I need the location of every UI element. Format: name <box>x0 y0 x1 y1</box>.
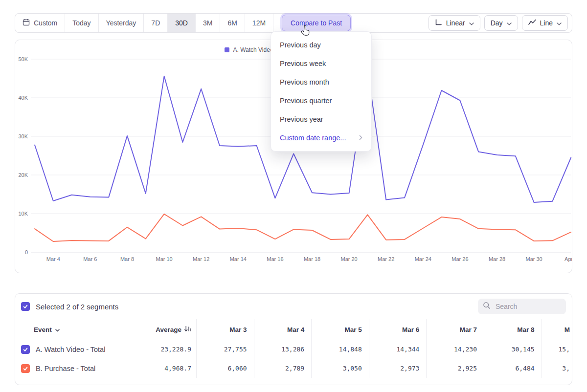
table-value-clipped: 3, <box>542 359 572 378</box>
col-header-mar-7[interactable]: Mar 7 <box>426 319 484 340</box>
range-6m[interactable]: 6M <box>220 14 245 32</box>
svg-text:Mar 24: Mar 24 <box>415 256 431 262</box>
col-header-clipped: M <box>542 319 572 340</box>
table-value: 14,230 <box>426 340 484 359</box>
scale-select[interactable]: Linear <box>429 15 480 31</box>
table-value: 30,145 <box>484 340 542 359</box>
table-value: 13,286 <box>254 340 312 359</box>
svg-text:Mar 8: Mar 8 <box>120 256 134 262</box>
chevron-down-icon <box>55 326 60 333</box>
table-value: 6,060 <box>196 359 254 378</box>
table-value: 2,973 <box>369 359 427 378</box>
search-icon <box>483 302 491 311</box>
segment-name: A. Watch Video - Total <box>36 346 105 353</box>
range-12m[interactable]: 12M <box>245 14 273 32</box>
scale-select-label: Linear <box>446 19 465 27</box>
svg-text:Mar 20: Mar 20 <box>340 256 357 262</box>
average-value: 4,968.7 <box>140 359 196 378</box>
svg-text:20K: 20K <box>18 172 28 178</box>
menu-item-previous-year[interactable]: Previous year <box>271 110 371 129</box>
range-today[interactable]: Today <box>65 14 98 32</box>
legend-swatch <box>225 47 229 52</box>
menu-item-previous-day[interactable]: Previous day <box>271 36 371 54</box>
table-value: 3,050 <box>311 359 369 378</box>
date-range-toolbar: CustomTodayYesterday7D30D3M6M12M Compare… <box>15 13 572 33</box>
menu-item-custom-date-range[interactable]: Custom date range... <box>271 129 371 147</box>
selected-segments-label: Selected 2 of 2 segments <box>36 303 118 311</box>
range-3m[interactable]: 3M <box>196 14 220 32</box>
segment-checkbox[interactable] <box>21 364 30 373</box>
col-header-mar-6[interactable]: Mar 6 <box>369 319 427 340</box>
chart-controls: Linear Day Line <box>429 15 568 31</box>
chart-type-select[interactable]: Line <box>522 15 568 31</box>
svg-text:Apr 1: Apr 1 <box>564 256 572 262</box>
range-7d[interactable]: 7D <box>144 14 168 32</box>
compare-to-past-button[interactable]: Compare to Past <box>282 15 351 31</box>
segment-row-b-purchase-total[interactable]: B. Purchase - Total <box>15 359 140 378</box>
menu-item-previous-month[interactable]: Previous month <box>271 73 371 91</box>
table-value: 2,789 <box>254 359 312 378</box>
svg-text:50K: 50K <box>18 56 28 62</box>
menu-item-previous-week[interactable]: Previous week <box>271 54 371 73</box>
chevron-down-icon <box>557 19 562 27</box>
col-header-event[interactable]: Event <box>15 319 140 340</box>
svg-text:10K: 10K <box>18 211 28 217</box>
col-header-mar-4[interactable]: Mar 4 <box>254 319 312 340</box>
svg-text:Mar 6: Mar 6 <box>83 256 97 262</box>
sort-icon <box>184 326 191 333</box>
col-header-mar-3[interactable]: Mar 3 <box>196 319 254 340</box>
line-chart-icon <box>528 19 536 27</box>
table-value: 27,755 <box>196 340 254 359</box>
svg-text:Mar 12: Mar 12 <box>193 256 209 262</box>
interval-select[interactable]: Day <box>484 15 518 31</box>
svg-text:40K: 40K <box>18 95 28 101</box>
table-value: 14,848 <box>311 340 369 359</box>
range-yesterday[interactable]: Yesterday <box>99 14 144 32</box>
chevron-down-icon <box>507 19 512 27</box>
segment-name: B. Purchase - Total <box>36 365 95 372</box>
chevron-right-icon <box>359 134 362 142</box>
table-value: 6,484 <box>484 359 542 378</box>
select-all-checkbox[interactable] <box>21 302 30 311</box>
mouse-cursor-hand-icon <box>301 25 310 36</box>
search-box <box>478 299 566 314</box>
svg-text:Mar 14: Mar 14 <box>230 256 247 262</box>
segment-row-a-watch-video-total[interactable]: A. Watch Video - Total <box>15 340 140 359</box>
interval-select-label: Day <box>491 19 503 27</box>
menu-item-previous-quarter[interactable]: Previous quarter <box>271 91 371 110</box>
average-value: 23,228.9 <box>140 340 196 359</box>
table-value: 14,344 <box>369 340 427 359</box>
compare-to-past-menu: Previous dayPrevious weekPrevious monthP… <box>271 31 372 152</box>
svg-text:Mar 16: Mar 16 <box>267 256 283 262</box>
table-value: 2,925 <box>426 359 484 378</box>
range-30d[interactable]: 30D <box>168 14 196 32</box>
svg-text:Mar 10: Mar 10 <box>156 256 172 262</box>
col-header-mar-5[interactable]: Mar 5 <box>311 319 369 340</box>
table-value-clipped: 15, <box>542 340 572 359</box>
chart-type-select-label: Line <box>540 19 553 27</box>
date-range-group: CustomTodayYesterday7D30D3M6M12M <box>15 14 273 32</box>
svg-text:Mar 30: Mar 30 <box>525 256 542 262</box>
search-input[interactable] <box>495 302 561 311</box>
svg-text:0: 0 <box>25 249 28 255</box>
col-header-mar-8[interactable]: Mar 8 <box>484 319 542 340</box>
segments-table-card: Selected 2 of 2 segments EventAverageMar… <box>15 293 572 385</box>
chevron-down-icon <box>469 19 474 27</box>
segment-checkbox[interactable] <box>21 345 30 354</box>
calendar-icon <box>23 19 30 27</box>
range-custom[interactable]: Custom <box>15 14 65 32</box>
svg-text:Mar 28: Mar 28 <box>489 256 505 262</box>
segments-table-header-bar: Selected 2 of 2 segments <box>15 294 572 319</box>
svg-text:Mar 26: Mar 26 <box>452 256 468 262</box>
svg-text:Mar 18: Mar 18 <box>304 256 320 262</box>
svg-text:Mar 4: Mar 4 <box>46 256 60 262</box>
segments-table: EventAverageMar 3Mar 4Mar 5Mar 6Mar 7Mar… <box>15 319 572 378</box>
col-header-average[interactable]: Average <box>140 319 196 340</box>
svg-text:Mar 22: Mar 22 <box>378 256 394 262</box>
linear-axis-icon <box>435 19 442 27</box>
svg-text:30K: 30K <box>18 133 28 139</box>
